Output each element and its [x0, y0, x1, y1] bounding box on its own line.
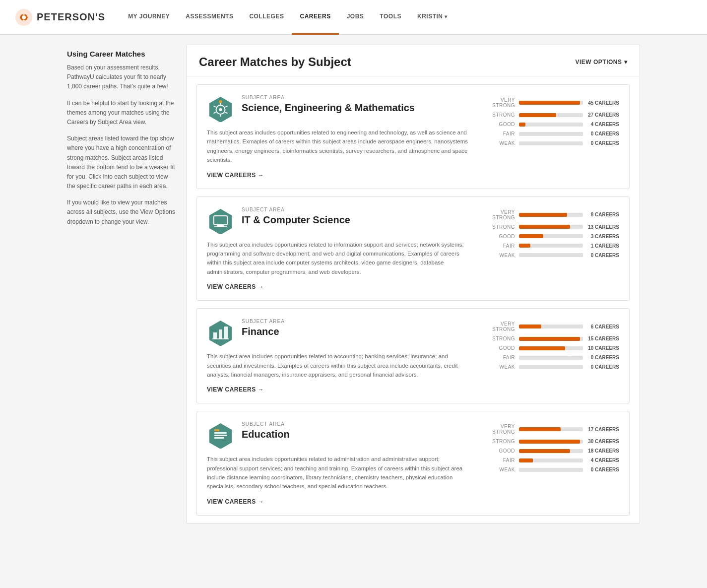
- svg-marker-12: [209, 209, 232, 234]
- card-top-it: SUBJECT AREA IT & Computer Science: [207, 207, 470, 234]
- stat-row-0: VERY STRONG 6 CAREERS: [480, 321, 619, 332]
- main-layout: Using Career Matches Based on your asses…: [60, 35, 647, 533]
- stat-bar-4: [519, 141, 583, 145]
- career-card-education: SUBJECT AREA Education This subject area…: [196, 411, 630, 516]
- subject-info-science: SUBJECT AREA Science, Engineering & Math…: [242, 95, 415, 114]
- stat-row-0: VERY STRONG 17 CAREERS: [480, 424, 619, 435]
- nav-colleges[interactable]: COLLEGES: [241, 0, 292, 35]
- view-careers-link-finance[interactable]: VIEW CAREERS →: [207, 386, 470, 393]
- stat-count-1: 27 CAREERS: [587, 112, 619, 118]
- header: PETERSON'S MY JOURNEY ASSESSMENTS COLLEG…: [0, 0, 707, 35]
- subject-name-education: Education: [242, 429, 290, 440]
- stat-fill-0: [519, 325, 541, 328]
- career-card-science: SUBJECT AREA Science, Engineering & Math…: [196, 84, 630, 189]
- svg-rect-19: [224, 327, 228, 339]
- subject-desc-it: This subject area includes opportunities…: [207, 240, 470, 277]
- stat-label-0: VERY STRONG: [480, 97, 515, 108]
- stat-row-1: STRONG 15 CAREERS: [480, 336, 619, 341]
- stat-bar-0: [519, 101, 583, 105]
- stat-label-3: FAIR: [480, 131, 515, 136]
- nav-my-journey[interactable]: MY JOURNEY: [120, 0, 178, 35]
- stat-row-3: FAIR 0 CAREERS: [480, 131, 619, 136]
- stat-count-2: 3 CAREERS: [587, 234, 619, 239]
- sidebar-para-1: Based on your assessment results, Pathwa…: [67, 63, 176, 92]
- stat-count-0: 45 CAREERS: [587, 100, 619, 106]
- stat-label-3: FAIR: [480, 243, 515, 249]
- stat-count-3: 0 CAREERS: [587, 355, 619, 360]
- nav-tools[interactable]: TOOLS: [372, 0, 409, 35]
- svg-rect-24: [214, 437, 224, 439]
- subject-area-label-science: SUBJECT AREA: [242, 95, 415, 100]
- card-top-science: SUBJECT AREA Science, Engineering & Math…: [207, 95, 470, 122]
- sidebar-para-2: It can be helpful to start by looking at…: [67, 99, 176, 128]
- card-stats-finance: VERY STRONG 6 CAREERS STRONG 15 CAREERS …: [480, 319, 619, 393]
- career-card-finance: SUBJECT AREA Finance This subject area i…: [196, 308, 630, 403]
- view-options-chevron-icon: ▾: [624, 59, 628, 65]
- view-careers-link-science[interactable]: VIEW CAREERS →: [207, 172, 470, 179]
- stat-label-3: FAIR: [480, 355, 515, 360]
- stat-count-0: 6 CAREERS: [587, 324, 619, 329]
- card-stats-science: VERY STRONG 45 CAREERS STRONG 27 CAREERS…: [480, 95, 619, 179]
- stat-fill-3: [519, 458, 533, 462]
- svg-rect-23: [214, 435, 227, 436]
- stat-row-4: WEAK 0 CAREERS: [480, 140, 619, 146]
- stat-count-0: 8 CAREERS: [587, 212, 619, 217]
- stat-label-0: VERY STRONG: [480, 321, 515, 332]
- stat-bar-3: [519, 132, 583, 136]
- page-title: Career Matches by Subject: [199, 55, 351, 69]
- stat-row-2: GOOD 3 CAREERS: [480, 234, 619, 239]
- subject-desc-education: This subject area includes opportunities…: [207, 455, 470, 491]
- stat-count-2: 10 CAREERS: [587, 345, 619, 351]
- stat-label-2: GOOD: [480, 234, 515, 239]
- stat-row-4: WEAK 0 CAREERS: [480, 364, 619, 370]
- sidebar: Using Career Matches Based on your asses…: [67, 45, 176, 523]
- stat-fill-1: [519, 337, 580, 341]
- subject-area-label-it: SUBJECT AREA: [242, 207, 350, 212]
- stat-bar-2: [519, 123, 583, 127]
- career-cards-list: SUBJECT AREA Science, Engineering & Math…: [187, 77, 640, 523]
- stat-count-1: 13 CAREERS: [587, 224, 619, 230]
- stat-fill-2: [519, 346, 565, 350]
- card-stats-education: VERY STRONG 17 CAREERS STRONG 30 CAREERS…: [480, 421, 619, 505]
- stat-fill-0: [519, 213, 567, 217]
- stat-row-3: FAIR 1 CAREERS: [480, 243, 619, 249]
- subject-name-finance: Finance: [242, 326, 285, 337]
- nav-kristin[interactable]: KRISTIN ▾: [409, 0, 455, 35]
- card-top-finance: SUBJECT AREA Finance: [207, 319, 470, 346]
- stat-count-4: 0 CAREERS: [587, 364, 619, 370]
- view-careers-link-it[interactable]: VIEW CAREERS →: [207, 283, 470, 290]
- subject-icon-it: [207, 207, 234, 234]
- stat-count-3: 0 CAREERS: [587, 131, 619, 136]
- stat-label-4: WEAK: [480, 253, 515, 258]
- stat-label-1: STRONG: [480, 336, 515, 341]
- card-left-education: SUBJECT AREA Education This subject area…: [207, 421, 470, 505]
- stat-row-1: STRONG 13 CAREERS: [480, 224, 619, 230]
- stat-label-4: WEAK: [480, 140, 515, 146]
- stat-fill-2: [519, 449, 570, 453]
- stat-count-3: 1 CAREERS: [587, 243, 619, 249]
- stat-fill-2: [519, 234, 543, 238]
- svg-rect-25: [214, 429, 219, 431]
- stat-row-2: GOOD 18 CAREERS: [480, 448, 619, 454]
- nav-jobs[interactable]: JOBS: [339, 0, 372, 35]
- stat-label-4: WEAK: [480, 467, 515, 472]
- stat-bar-1: [519, 113, 583, 117]
- stat-row-4: WEAK 0 CAREERS: [480, 253, 619, 258]
- stat-count-3: 4 CAREERS: [587, 457, 619, 463]
- stat-label-0: VERY STRONG: [480, 424, 515, 435]
- subject-desc-science: This subject areas includes opportunitie…: [207, 128, 470, 165]
- nav-assessments[interactable]: ASSESSMENTS: [178, 0, 241, 35]
- stat-row-4: WEAK 0 CAREERS: [480, 467, 619, 472]
- view-careers-link-education[interactable]: VIEW CAREERS →: [207, 498, 470, 505]
- subject-info-it: SUBJECT AREA IT & Computer Science: [242, 207, 350, 226]
- view-options-button[interactable]: VIEW OPTIONS ▾: [575, 59, 627, 65]
- stat-bar-1: [519, 440, 583, 444]
- logo[interactable]: PETERSON'S: [15, 8, 105, 26]
- stat-count-1: 30 CAREERS: [587, 439, 619, 444]
- stat-bar-3: [519, 356, 583, 360]
- logo-text: PETERSON'S: [37, 11, 105, 23]
- subject-info-education: SUBJECT AREA Education: [242, 421, 290, 440]
- nav-careers[interactable]: CAREERS: [292, 0, 338, 35]
- stat-row-3: FAIR 0 CAREERS: [480, 355, 619, 360]
- stat-label-1: STRONG: [480, 224, 515, 230]
